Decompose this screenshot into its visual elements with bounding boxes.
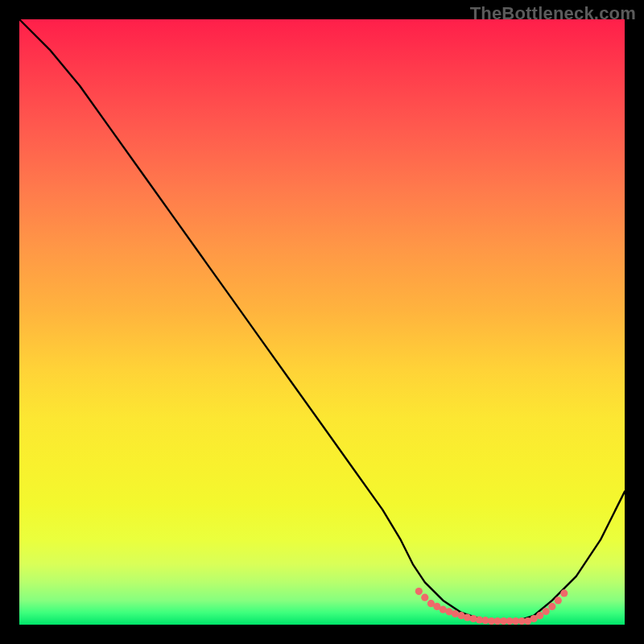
chart-frame: TheBottleneck.com — [0, 0, 644, 644]
bottleneck-curve-line — [19, 19, 625, 621]
watermark-text: TheBottleneck.com — [470, 3, 636, 24]
svg-point-23 — [555, 597, 562, 604]
plot-gradient-area — [19, 19, 625, 625]
svg-point-1 — [421, 594, 428, 601]
chart-svg — [19, 19, 625, 625]
svg-point-20 — [536, 612, 543, 619]
svg-point-24 — [560, 589, 568, 597]
svg-point-21 — [543, 608, 550, 615]
svg-point-0 — [415, 588, 423, 595]
svg-point-22 — [548, 603, 555, 610]
